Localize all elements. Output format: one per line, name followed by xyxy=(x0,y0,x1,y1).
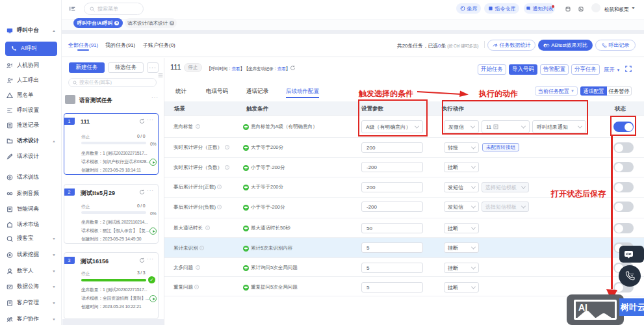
svg-text:B: B xyxy=(547,44,549,47)
